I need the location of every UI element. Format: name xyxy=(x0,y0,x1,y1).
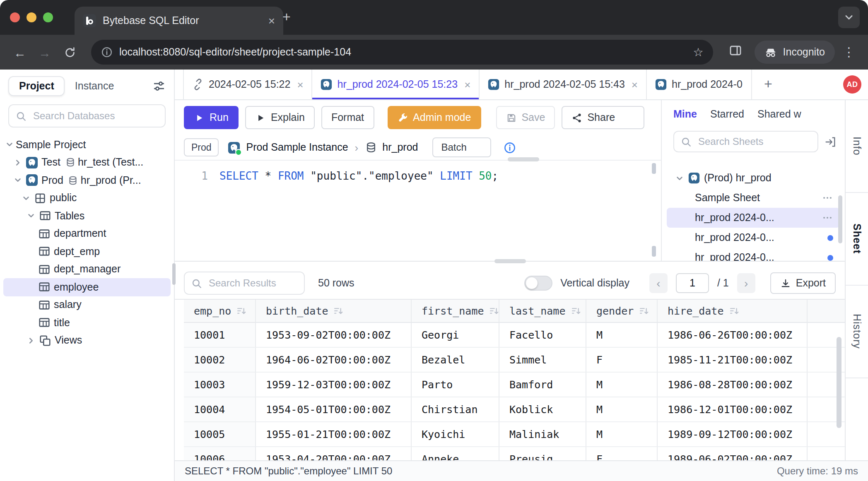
sidebar-item-employee[interactable]: employee xyxy=(3,278,171,296)
editor-resize-handle[interactable] xyxy=(507,157,539,161)
sidebar-item-Views[interactable]: Views xyxy=(3,332,171,349)
editor-scrollbar-bottom[interactable] xyxy=(652,246,656,257)
sheet-item-1[interactable]: hr_prod 2024-0... xyxy=(667,208,840,228)
sheet-item-2[interactable]: hr_prod 2024-0... xyxy=(667,228,840,248)
back-button[interactable]: ← xyxy=(10,45,30,59)
sheet-panel-tab-starred[interactable]: Starred xyxy=(710,108,744,120)
browser-tab-strip: Bytebase SQL Editor × + xyxy=(0,0,868,35)
bookmark-star-icon[interactable]: ☆ xyxy=(693,46,703,59)
share-button[interactable]: Share xyxy=(562,106,644,129)
column-header-last_name[interactable]: last_name xyxy=(499,300,586,323)
forward-button[interactable]: → xyxy=(35,45,55,59)
save-button[interactable]: Save xyxy=(496,106,555,129)
address-bar[interactable]: localhost:8080/sql-editor/sheet/project-… xyxy=(91,40,714,65)
vertical-display-toggle[interactable] xyxy=(524,276,552,291)
run-button[interactable]: Run xyxy=(184,106,239,129)
database-search-field[interactable] xyxy=(8,104,166,127)
sidebar-item-Sample Project[interactable]: Sample Project xyxy=(3,136,171,154)
sheet-search-input[interactable] xyxy=(697,135,811,148)
sheet-tab-label: hr_prod 2024-02-05 15:43 xyxy=(504,79,625,90)
unsaved-dot xyxy=(827,255,833,260)
chevron-down-icon xyxy=(13,176,22,185)
page-number-input[interactable] xyxy=(676,273,709,293)
column-header-label: hire_date xyxy=(668,305,723,317)
sidebar-item-Test[interactable]: Testhr_test (Test... xyxy=(3,154,171,171)
database-name[interactable]: hr_prod xyxy=(382,142,418,153)
admin-mode-button[interactable]: Admin mode xyxy=(387,106,481,129)
close-sheet-tab-button[interactable]: × xyxy=(632,79,638,90)
batch-button[interactable]: Batch xyxy=(432,137,491,157)
side-tab-info[interactable]: Info xyxy=(846,100,868,193)
browser-menu-button[interactable]: ⋮ xyxy=(840,45,858,60)
sidebar-item-public[interactable]: public xyxy=(3,189,171,207)
format-button[interactable]: Format xyxy=(321,106,374,129)
next-page-button[interactable]: › xyxy=(737,273,755,293)
explain-button[interactable]: Explain xyxy=(245,106,315,129)
panel-splitter[interactable] xyxy=(175,261,845,267)
side-panel-button[interactable] xyxy=(725,44,747,60)
minimize-window-button[interactable] xyxy=(27,12,36,22)
collapse-panel-icon[interactable] xyxy=(824,135,837,148)
column-header-label: birth_date xyxy=(266,305,328,317)
sheet-tab-2[interactable]: hr_prod 2024-02-05 15:43× xyxy=(480,70,647,99)
close-window-button[interactable] xyxy=(10,12,20,22)
play-outline-icon xyxy=(255,112,266,123)
results-search-input[interactable] xyxy=(207,277,297,290)
connection-info-icon[interactable] xyxy=(504,141,516,154)
sheet-panel: MineStarredShared w (Prod) hr_prodSample… xyxy=(662,100,845,261)
sort-icon xyxy=(333,305,344,316)
sidebar-item-Prod[interactable]: Prodhr_prod (Pr... xyxy=(3,171,171,189)
sheet-item-0[interactable]: Sample Sheet xyxy=(667,188,840,208)
table-cell: Koblick xyxy=(499,397,586,422)
sidebar-item-salary[interactable]: salary xyxy=(3,296,171,314)
new-sheet-button[interactable]: + xyxy=(760,76,776,93)
column-header-first_name[interactable]: first_name xyxy=(412,300,499,323)
sheet-tab-1[interactable]: hr_prod 2024-02-05 15:23× xyxy=(313,70,480,99)
sheet-list-scrollbar[interactable] xyxy=(838,195,842,243)
sheet-item-3[interactable]: hr_prod 2024-0... xyxy=(667,248,840,261)
export-button[interactable]: Export xyxy=(770,272,836,294)
side-tab-history[interactable]: History xyxy=(846,286,868,378)
tab-project[interactable]: Project xyxy=(8,76,65,96)
sidebar-item-dept_manager[interactable]: dept_manager xyxy=(3,260,171,278)
close-browser-tab-button[interactable]: × xyxy=(268,15,275,26)
tab-search-button[interactable] xyxy=(838,7,860,28)
sidebar-item-Tables[interactable]: Tables xyxy=(3,207,171,225)
instance-name[interactable]: Prod Sample Instance xyxy=(246,142,348,153)
sidebar-item-dept_emp[interactable]: dept_emp xyxy=(3,243,171,260)
sidebar-item-department[interactable]: department xyxy=(3,225,171,243)
editor-scrollbar-top[interactable] xyxy=(652,163,656,174)
close-sheet-tab-button[interactable]: × xyxy=(297,79,303,90)
column-header-label: emp_no xyxy=(194,305,231,317)
splitter-handle[interactable] xyxy=(494,259,526,263)
side-tab-sheet[interactable]: Sheet xyxy=(846,193,868,286)
zoom-window-button[interactable] xyxy=(43,12,53,22)
avatar[interactable]: AD xyxy=(843,75,861,94)
reload-button[interactable] xyxy=(60,45,80,59)
database-search-input[interactable] xyxy=(31,109,158,123)
sheet-tab-3[interactable]: hr_prod 2024-0 xyxy=(647,70,752,99)
column-header-birth_date[interactable]: birth_date xyxy=(256,300,412,323)
sheet-tab-0[interactable]: 2024-02-05 15:22× xyxy=(183,70,313,99)
sheet-panel-tab-shared-w[interactable]: Shared w xyxy=(757,108,801,120)
sheet-group-row[interactable]: (Prod) hr_prod xyxy=(667,168,840,188)
results-search-field[interactable] xyxy=(184,272,305,295)
tab-instance[interactable]: Instance xyxy=(75,80,114,92)
browser-tab[interactable]: Bytebase SQL Editor × xyxy=(75,7,283,35)
sheet-search-field[interactable] xyxy=(673,131,818,152)
column-header-gender[interactable]: gender xyxy=(586,300,658,323)
sheet-group-label: (Prod) hr_prod xyxy=(704,172,833,184)
filter-settings-icon[interactable] xyxy=(152,79,166,93)
results-scrollbar[interactable] xyxy=(837,337,841,428)
sidebar-resize-handle[interactable] xyxy=(172,263,176,285)
sql-editor[interactable]: 1 SELECT * FROM "public"."employee" LIMI… xyxy=(175,161,661,261)
page-total: / 1 xyxy=(717,277,729,289)
sidebar-item-title[interactable]: title xyxy=(3,314,171,332)
previous-page-button[interactable]: ‹ xyxy=(649,273,668,293)
new-browser-tab-button[interactable]: + xyxy=(277,7,297,27)
column-header-emp_no[interactable]: emp_no xyxy=(184,300,256,323)
column-header-hire_date[interactable]: hire_date xyxy=(658,300,808,323)
close-sheet-tab-button[interactable]: × xyxy=(464,79,470,90)
sheet-panel-tab-mine[interactable]: Mine xyxy=(673,108,697,120)
site-info-icon[interactable] xyxy=(101,46,113,58)
